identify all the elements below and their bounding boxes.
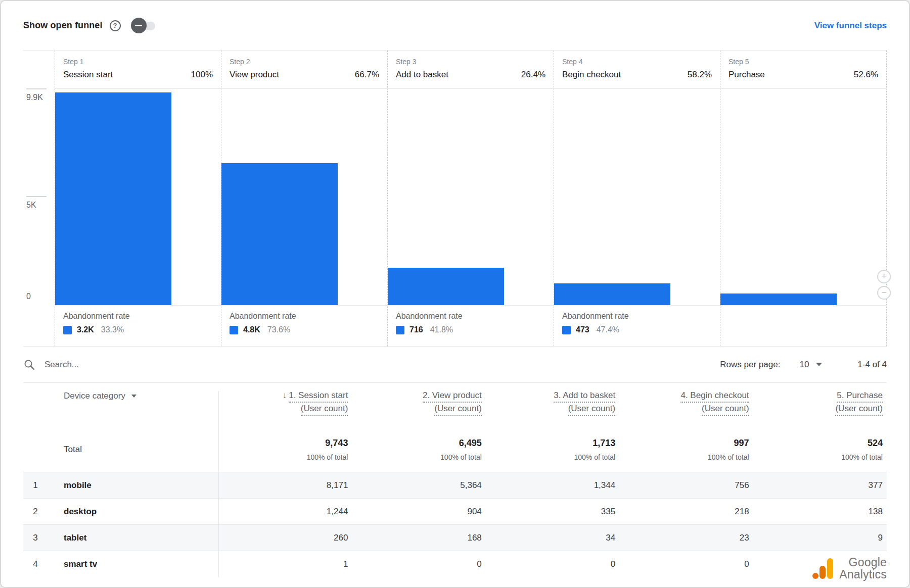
search-input[interactable] — [44, 360, 257, 370]
total-value: 997 — [619, 438, 749, 449]
step-name: Session start — [63, 70, 113, 80]
funnel-step-column-5: Step 5 Purchase 52.6% — [720, 51, 887, 346]
row-index: 1 — [23, 480, 48, 491]
funnel-bar[interactable] — [221, 163, 338, 305]
step-percent: 58.2% — [688, 70, 712, 80]
cell-value: 218 — [619, 507, 753, 517]
cell-value: 260 — [218, 525, 352, 551]
step-name: Begin checkout — [562, 70, 621, 80]
column-header-view-product[interactable]: 2. View product (User count) — [352, 391, 485, 417]
topbar: Show open funnel ? View funnel steps — [23, 1, 887, 50]
funnel-bar[interactable] — [554, 283, 670, 305]
toggle-knob-minus-icon — [131, 18, 147, 33]
funnel-step-column-2: Step 2 View product 66.7% Abandonment ra… — [221, 51, 387, 346]
abandonment-panel: Abandonment rate 473 47.4% — [554, 306, 720, 346]
abandonment-rate: 33.3% — [101, 325, 124, 334]
column-header-begin-checkout[interactable]: 4. Begin checkout (User count) — [619, 391, 753, 417]
column-header-session-start[interactable]: ↓1. Session start (User count) — [218, 391, 352, 427]
total-value: 524 — [753, 438, 883, 449]
step-plot-area — [388, 88, 554, 306]
chart-zoom-controls: + − — [877, 270, 891, 300]
step-number-label: Step 5 — [729, 58, 878, 66]
step-header: Step 3 Add to basket 26.4% — [388, 51, 554, 88]
y-axis-tick-label: 0 — [26, 292, 31, 301]
legend-swatch-icon — [562, 326, 571, 334]
funnel-exploration-card: Show open funnel ? View funnel steps 9.9… — [0, 0, 910, 588]
funnel-bar[interactable] — [720, 293, 837, 305]
zoom-in-button[interactable]: + — [877, 270, 891, 283]
abandonment-label: Abandonment rate — [230, 312, 379, 321]
step-plot-area — [720, 88, 886, 306]
table-row-mobile: 1 mobile 8,171 5,364 1,344 756 377 — [23, 472, 887, 498]
table-row-smart-tv: 4 smart tv 1 0 0 0 Google Analytics — [23, 551, 887, 577]
y-axis-tick-label: 9.9K — [26, 93, 43, 102]
abandonment-count: 716 — [410, 325, 423, 334]
legend-swatch-icon — [396, 326, 404, 334]
search-icon — [23, 359, 35, 371]
cell-value: 8,171 — [218, 472, 352, 498]
step-name: Add to basket — [396, 70, 448, 80]
device-category-header[interactable]: Device category — [48, 391, 218, 401]
abandonment-rate: 47.4% — [597, 325, 619, 334]
step-header: Step 2 View product 66.7% — [221, 51, 387, 88]
step-number-label: Step 4 — [562, 58, 712, 66]
step-name: View product — [230, 70, 279, 80]
step-header: Step 1 Session start 100% — [55, 51, 221, 88]
column-header-purchase[interactable]: 5. Purchase (User count) — [753, 391, 887, 417]
table-row-desktop: 2 desktop 1,244 904 335 218 138 — [23, 498, 887, 524]
cell-value: 5,364 — [352, 480, 485, 491]
table-row-tablet: 3 tablet 260 168 34 23 9 — [23, 524, 887, 551]
sort-descending-icon: ↓ — [283, 390, 287, 400]
rows-per-page-value[interactable]: 10 — [799, 360, 809, 370]
step-number-label: Step 3 — [396, 58, 545, 66]
total-subtext: 100% of total — [619, 453, 749, 461]
abandonment-panel: Abandonment rate 3.2K 33.3% — [55, 306, 221, 346]
cell-value: 377 — [753, 480, 887, 491]
abandonment-count: 473 — [576, 325, 589, 334]
device-name: smart tv — [48, 559, 218, 569]
total-subtext: 100% of total — [352, 453, 481, 461]
device-category-caret-icon — [131, 395, 136, 398]
breakdown-table: Device category ↓1. Session start (User … — [23, 383, 887, 577]
google-analytics-bars-icon — [812, 557, 834, 580]
abandonment-panel: Abandonment rate 4.8K 73.6% — [221, 306, 387, 346]
step-percent: 100% — [191, 70, 213, 80]
cell-value: 1,344 — [486, 480, 619, 491]
abandonment-rate: 73.6% — [267, 325, 290, 334]
device-name: desktop — [48, 507, 218, 517]
cell-value: 1 — [218, 551, 352, 577]
abandonment-label: Abandonment rate — [562, 312, 712, 321]
rows-per-page-caret-icon[interactable] — [816, 363, 822, 366]
funnel-chart: 9.9K 5K 0 Step 1 Session start 100% Aban — [23, 50, 887, 347]
help-icon[interactable]: ? — [110, 20, 121, 31]
abandonment-label: Abandonment rate — [396, 312, 545, 321]
view-funnel-steps-link[interactable]: View funnel steps — [814, 21, 887, 31]
row-index: 4 — [23, 559, 48, 569]
logo-text-line2: Analytics — [839, 568, 887, 581]
row-index: 2 — [23, 507, 48, 517]
funnel-bar[interactable] — [388, 268, 504, 305]
abandonment-panel: Abandonment rate 716 41.8% — [388, 306, 554, 346]
cell-value: 23 — [619, 533, 753, 543]
funnel-step-column-4: Step 4 Begin checkout 58.2% Abandonment … — [554, 51, 720, 346]
google-analytics-logo: Google Analytics — [812, 556, 887, 581]
cell-value: 0 — [619, 559, 753, 569]
cell-value: 138 — [753, 507, 887, 517]
column-header-add-to-basket[interactable]: 3. Add to basket (User count) — [486, 391, 619, 417]
step-plot-area — [55, 88, 221, 306]
cell-value: 9 — [753, 533, 887, 543]
table-total-row: Total 9,743 100% of total 6,495 100% of … — [23, 427, 887, 472]
cell-value: 904 — [352, 507, 485, 517]
table-toolbar: Rows per page: 10 1-4 of 4 — [23, 347, 887, 383]
step-number-label: Step 1 — [63, 58, 213, 66]
zoom-out-button[interactable]: − — [877, 286, 891, 300]
legend-swatch-icon — [63, 326, 72, 334]
show-open-funnel-label: Show open funnel — [23, 20, 103, 31]
abandonment-count: 4.8K — [243, 325, 260, 334]
legend-swatch-icon — [230, 326, 238, 334]
y-axis: 9.9K 5K 0 — [23, 51, 55, 346]
pagination-range: 1-4 of 4 — [857, 360, 887, 370]
show-open-funnel-toggle[interactable] — [131, 21, 156, 31]
funnel-bar[interactable] — [55, 92, 171, 305]
step-header: Step 5 Purchase 52.6% — [720, 51, 886, 88]
